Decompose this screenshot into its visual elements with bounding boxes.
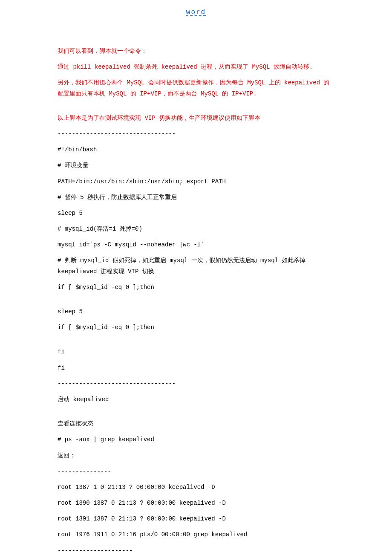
text-line: 通过 pkill keepalived 强制杀死 keepalived 进程，从… xyxy=(58,62,334,72)
code-line: sleep 5 xyxy=(58,208,334,219)
text-line: 查看连接状态 xyxy=(58,419,334,429)
code-line: # ps -aux | grep keepalived xyxy=(58,434,334,445)
code-line: fi xyxy=(58,347,334,357)
code-line: mysql_id=`ps -C mysqld --noheader |wc -l… xyxy=(58,240,334,250)
output-line: root 1391 1387 0 21:13 ? 00:00:00 keepal… xyxy=(58,514,334,524)
text-line: 以上脚本是为了在测试环境实现 VIP 切换功能，生产环境建议使用如下脚本 xyxy=(58,113,334,124)
output-line: root 1976 1911 0 21:16 pts/0 00:00:00 gr… xyxy=(58,529,334,540)
code-line: # mysql_id(存活=1 死掉=0) xyxy=(58,224,334,234)
code-line: if [ $mysql_id -eq 0 ];then xyxy=(58,282,334,293)
header-word: word xyxy=(58,9,334,16)
text-line: 另外，我们不用担心两个 MySQL 会同时提供数据更新操作，因为每台 MySQL… xyxy=(58,78,334,99)
text-line: 我们可以看到，脚本就一个命令： xyxy=(58,46,334,57)
separator: --------------------------------- xyxy=(58,129,334,139)
code-line: # 环境变量 xyxy=(58,160,334,171)
code-line: if [ $mysql_id -eq 0 ];then xyxy=(58,322,334,333)
separator: --------------------------------- xyxy=(58,379,334,389)
output-line: root 1390 1387 0 21:13 ? 00:00:00 keepal… xyxy=(58,498,334,509)
text-line: 返回： xyxy=(58,451,334,461)
separator: --------------- xyxy=(58,466,334,477)
code-line: sleep 5 xyxy=(58,306,334,317)
separator: --------------------- xyxy=(58,546,334,555)
code-line: # 判断 mysql_id 假如死掉，如此重启 mysql 一次，假如仍然无法启… xyxy=(58,255,334,277)
code-line: #!/bin/bash xyxy=(58,145,334,155)
output-line: root 1387 1 0 21:13 ? 00:00:00 keepalive… xyxy=(58,482,334,493)
code-line: # 暂停 5 秒执行，防止数据库人工正常重启 xyxy=(58,192,334,203)
text-line: 启动 keepalived xyxy=(58,394,334,405)
page: word 我们可以看到，脚本就一个命令： 通过 pkill keepalived… xyxy=(0,0,392,555)
code-line: fi xyxy=(58,363,334,373)
document-body: 我们可以看到，脚本就一个命令： 通过 pkill keepalived 强制杀死… xyxy=(58,46,334,555)
code-line: PATH=/bin:/usr/bin:/sbin:/usr/sbin; expo… xyxy=(58,176,334,187)
